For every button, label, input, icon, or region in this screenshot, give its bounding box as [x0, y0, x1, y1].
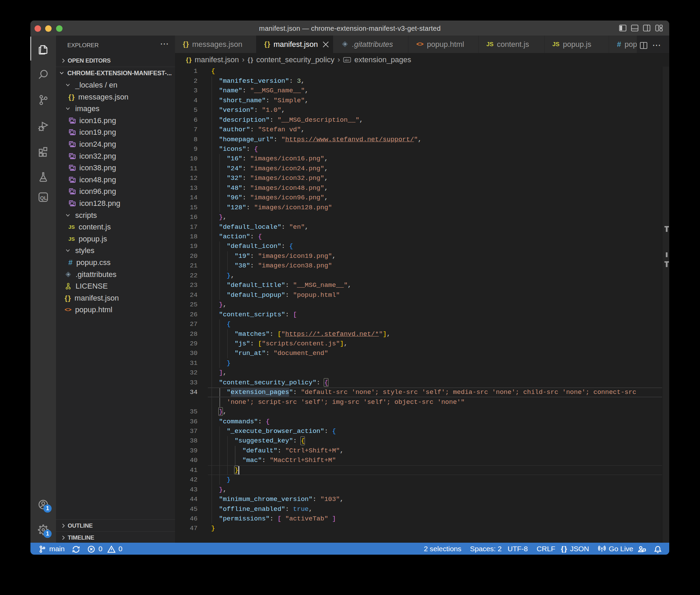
- svg-text:abc: abc: [345, 58, 350, 62]
- svg-text:QL: QL: [40, 195, 47, 201]
